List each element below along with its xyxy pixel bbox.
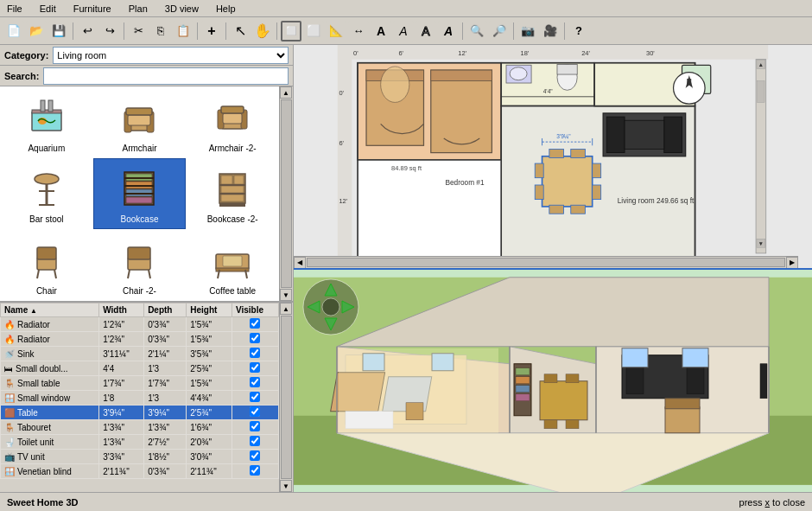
menu-3dview[interactable]: 3D view [162,3,202,15]
table-row[interactable]: 🔥Radiator 1'2¾" 0'3¾" 1'5¾" [1,317,279,332]
redo-button[interactable]: ↪ [99,21,120,42]
table-row[interactable]: 🛏Small doubl... 4'4 1'3 2'5¾" [1,361,279,376]
category-select[interactable]: Living room [53,47,289,64]
hscroll-thumb[interactable] [307,258,785,267]
visible-checkbox[interactable] [250,392,260,402]
visible-checkbox[interactable] [250,421,260,431]
polyline-tool[interactable]: 📐 [326,21,346,42]
text-tool-3[interactable]: A [416,21,436,42]
furniture-item-bar-stool[interactable]: Bar stool [0,158,93,230]
visible-checkbox[interactable] [250,333,260,343]
table-row[interactable]: 🚿Sink 3'11¼" 2'1¼" 3'5¾" [1,347,279,361]
table-scroll-thumb[interactable] [281,316,292,479]
table-row[interactable]: 🪟Small window 1'8 1'3 4'4¾" [1,391,279,406]
table-row[interactable]: 🪟Venetian blind 2'11¾" 0'3¾" 2'11¾" [1,464,279,479]
cell-visible[interactable] [232,347,278,361]
cell-visible[interactable] [232,406,278,420]
svg-rect-127 [516,367,530,374]
select-tool[interactable]: ↖ [230,21,251,42]
add-furniture-button[interactable]: + [201,21,222,42]
table-scrollbar[interactable]: ▲ ▼ [279,303,293,492]
furniture-item-aquarium[interactable]: Aquarium [0,86,93,158]
zoom-in-button[interactable]: 🔍 [466,21,487,42]
menu-furniture[interactable]: Furniture [70,3,115,15]
table-scroll-up[interactable]: ▲ [280,303,292,315]
cell-visible[interactable] [232,332,278,347]
cell-visible[interactable] [232,391,278,406]
furniture-item-bookcase[interactable]: Bookcase [93,158,187,230]
search-input[interactable] [43,67,289,85]
cell-name: 🪑Small table [1,376,99,391]
hscroll-right[interactable]: ▶ [786,257,798,269]
menu-file[interactable]: File [3,3,26,15]
menu-plan[interactable]: Plan [125,3,151,15]
visible-checkbox[interactable] [250,436,260,446]
text-tool-1[interactable]: A [371,21,391,42]
copy-button[interactable]: ⎘ [150,21,171,42]
visible-checkbox[interactable] [250,348,260,358]
cell-visible[interactable] [232,361,278,376]
visible-checkbox[interactable] [250,377,260,387]
sep4 [225,22,226,40]
furniture-item-coffee-table[interactable]: Coffee table [186,229,279,301]
cell-visible[interactable] [232,450,278,464]
text-tool-2[interactable]: A [393,21,414,42]
col-depth[interactable]: Depth [144,303,187,317]
open-button[interactable]: 📂 [26,21,47,42]
room-tool[interactable]: ⬜ [303,21,324,42]
undo-button[interactable]: ↩ [77,21,98,42]
visible-checkbox[interactable] [250,465,260,476]
menu-edit[interactable]: Edit [36,3,60,15]
scroll-thumb[interactable] [281,99,292,288]
table-row[interactable]: 🚽Toilet unit 1'3¾" 2'7½" 2'0¾" [1,435,279,450]
grid-scrollbar[interactable]: ▲ ▼ [279,86,293,301]
furniture-item-chair-2[interactable]: Chair -2- [93,229,187,301]
col-height[interactable]: Height [187,303,232,317]
cell-visible[interactable] [232,435,278,450]
dimension-tool[interactable]: ↔ [348,21,369,42]
visible-checkbox[interactable] [250,450,260,461]
help-button[interactable]: ? [568,21,589,42]
cell-visible[interactable] [232,317,278,332]
pan-tool[interactable]: ✋ [252,21,273,42]
table-row[interactable]: 🟫Table 3'9¼" 3'9¼" 2'5¾" [1,406,279,420]
col-width[interactable]: Width [99,303,144,317]
table-row[interactable]: 🔥Radiator 1'2¾" 0'3¾" 1'5¾" [1,332,279,347]
col-name[interactable]: Name ▲ [1,303,99,317]
scroll-down-btn[interactable]: ▼ [280,289,292,301]
table-scroll-down[interactable]: ▼ [280,480,292,492]
left-panel: Category: Living room Search: Aquarium [0,45,294,492]
furniture-item-armchair-2[interactable]: Armchair -2- [186,86,279,158]
table-row[interactable]: 🪑Tabouret 1'3¾" 1'3¾" 1'6¾" [1,420,279,435]
floor-plan-hscrollbar[interactable]: ◀ ▶ [294,256,798,268]
cell-visible[interactable] [232,420,278,435]
paste-button[interactable]: 📋 [173,21,193,42]
cell-visible[interactable] [232,376,278,391]
menu-help[interactable]: Help [213,3,239,15]
scroll-up-btn[interactable]: ▲ [280,86,292,99]
save-button[interactable]: 💾 [48,21,69,42]
video-button[interactable]: 🎥 [540,21,561,42]
svg-rect-78 [571,149,586,157]
col-visible[interactable]: Visible [232,303,278,317]
table-row[interactable]: 📺TV unit 3'3¾" 1'8½" 3'0¾" [1,450,279,464]
text-tool-4[interactable]: A [438,21,459,42]
close-key[interactable]: x [765,497,771,508]
svg-rect-83 [593,163,601,178]
floor-plan[interactable]: 0' 6' 12' 18' 24' 30' 0' 6' 12' My home [294,45,812,270]
table-row[interactable]: 🪑Small table 1'7¾" 1'7¾" 1'5¾" [1,376,279,391]
hscroll-left[interactable]: ◀ [294,257,306,269]
visible-checkbox[interactable] [250,318,260,329]
cell-width: 1'3¾" [99,420,144,435]
cell-visible[interactable] [232,464,278,479]
furniture-item-chair[interactable]: Chair [0,229,93,301]
visible-checkbox[interactable] [250,406,260,417]
photo-button[interactable]: 📷 [517,21,538,42]
visible-checkbox[interactable] [250,362,260,373]
cut-button[interactable]: ✂ [128,21,149,42]
wall-tool[interactable]: ⬜ [281,21,301,42]
new-button[interactable]: 📄 [3,21,24,42]
furniture-item-bookcase-2[interactable]: Bookcase -2- [186,158,279,230]
furniture-item-armchair[interactable]: Armchair [93,86,187,158]
zoom-out-button[interactable]: 🔎 [489,21,510,42]
